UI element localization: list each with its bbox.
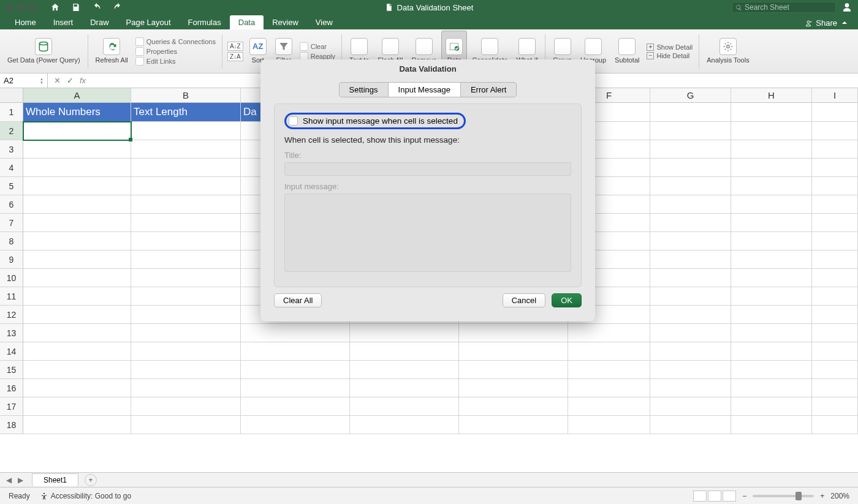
cell[interactable] bbox=[241, 342, 350, 361]
cell[interactable] bbox=[812, 269, 858, 287]
row-header[interactable]: 3 bbox=[0, 140, 23, 159]
get-data-button[interactable]: Get Data (Power Query) bbox=[4, 31, 84, 72]
cell[interactable] bbox=[650, 159, 731, 177]
tab-review[interactable]: Review bbox=[264, 15, 307, 29]
cell[interactable] bbox=[731, 195, 812, 214]
cell[interactable] bbox=[812, 324, 858, 342]
cell[interactable] bbox=[650, 232, 731, 250]
cell[interactable] bbox=[459, 324, 568, 342]
cell[interactable] bbox=[131, 250, 241, 269]
cell[interactable] bbox=[568, 342, 650, 361]
tab-page-layout[interactable]: Page Layout bbox=[118, 15, 180, 29]
cell[interactable] bbox=[131, 379, 241, 397]
user-icon[interactable] bbox=[842, 2, 852, 12]
cell[interactable] bbox=[650, 269, 731, 287]
collapse-ribbon-icon[interactable] bbox=[841, 20, 848, 27]
clear-filter-button[interactable]: Clear bbox=[300, 42, 335, 51]
cell[interactable] bbox=[23, 232, 131, 250]
cell[interactable] bbox=[568, 361, 650, 379]
cell[interactable] bbox=[23, 324, 131, 342]
subtotal-button[interactable]: Subtotal bbox=[611, 31, 643, 72]
row-header[interactable]: 8 bbox=[0, 232, 23, 250]
cell[interactable] bbox=[812, 287, 858, 306]
cell[interactable] bbox=[568, 416, 650, 434]
select-all-corner[interactable] bbox=[0, 88, 23, 102]
cell[interactable] bbox=[650, 103, 731, 122]
cell[interactable] bbox=[731, 342, 812, 361]
cell[interactable] bbox=[241, 361, 350, 379]
cell[interactable] bbox=[131, 397, 241, 416]
minimize-window-icon[interactable] bbox=[17, 4, 25, 11]
close-window-icon[interactable] bbox=[6, 4, 13, 11]
cell[interactable] bbox=[459, 379, 568, 397]
cell[interactable] bbox=[731, 324, 812, 342]
cell[interactable] bbox=[812, 379, 858, 397]
fx-icon[interactable]: fx bbox=[80, 76, 86, 85]
cell[interactable] bbox=[131, 324, 241, 342]
cell[interactable] bbox=[131, 214, 241, 232]
cell[interactable] bbox=[650, 342, 731, 361]
cell[interactable] bbox=[23, 379, 131, 397]
cell[interactable] bbox=[650, 379, 731, 397]
tab-insert[interactable]: Insert bbox=[45, 15, 82, 29]
cell[interactable] bbox=[568, 397, 650, 416]
cell[interactable] bbox=[568, 324, 650, 342]
col-header-H[interactable]: H bbox=[731, 88, 812, 102]
cancel-button[interactable]: Cancel bbox=[503, 293, 545, 307]
cell[interactable] bbox=[23, 306, 131, 324]
redo-icon[interactable] bbox=[113, 2, 123, 12]
cancel-formula-icon[interactable]: ✕ bbox=[54, 76, 61, 85]
tab-home[interactable]: Home bbox=[6, 15, 45, 29]
tab-formulas[interactable]: Formulas bbox=[180, 15, 230, 29]
cell[interactable] bbox=[731, 159, 812, 177]
sheet-nav-next-icon[interactable]: ▶ bbox=[18, 476, 23, 484]
cell[interactable] bbox=[241, 397, 350, 416]
cell[interactable] bbox=[568, 379, 650, 397]
cell[interactable] bbox=[459, 416, 568, 434]
cell[interactable] bbox=[650, 306, 731, 324]
cell[interactable] bbox=[23, 397, 131, 416]
row-header-2[interactable]: 2 bbox=[0, 122, 23, 140]
accept-formula-icon[interactable]: ✓ bbox=[67, 76, 74, 85]
sheet-nav-prev-icon[interactable]: ◀ bbox=[6, 476, 12, 484]
cell[interactable] bbox=[731, 379, 812, 397]
cell[interactable] bbox=[731, 140, 812, 159]
cell-B1[interactable]: Text Length bbox=[131, 103, 241, 122]
row-header[interactable]: 4 bbox=[0, 159, 23, 177]
cell[interactable] bbox=[23, 342, 131, 361]
cell[interactable] bbox=[650, 324, 731, 342]
title-input[interactable] bbox=[284, 162, 571, 176]
row-header[interactable]: 6 bbox=[0, 195, 23, 214]
cell[interactable] bbox=[23, 214, 131, 232]
cell[interactable] bbox=[650, 214, 731, 232]
cell[interactable] bbox=[812, 306, 858, 324]
cell[interactable] bbox=[812, 122, 858, 140]
dialog-tab-error-alert[interactable]: Error Alert bbox=[461, 82, 517, 97]
undo-icon[interactable] bbox=[92, 2, 102, 12]
cell[interactable] bbox=[131, 195, 241, 214]
cell[interactable] bbox=[650, 177, 731, 195]
share-button[interactable]: Share bbox=[816, 18, 837, 28]
cell[interactable] bbox=[812, 416, 858, 434]
tab-data[interactable]: Data bbox=[230, 15, 264, 29]
zoom-level[interactable]: 200% bbox=[830, 492, 849, 500]
cell[interactable] bbox=[131, 287, 241, 306]
cell[interactable] bbox=[731, 397, 812, 416]
cell[interactable] bbox=[131, 177, 241, 195]
cell[interactable] bbox=[131, 140, 241, 159]
zoom-slider-thumb[interactable] bbox=[795, 492, 802, 500]
cell[interactable] bbox=[812, 397, 858, 416]
cell[interactable] bbox=[812, 103, 858, 122]
row-header[interactable]: 15 bbox=[0, 361, 23, 379]
cell[interactable] bbox=[241, 416, 350, 434]
maximize-window-icon[interactable] bbox=[28, 4, 36, 11]
cell[interactable] bbox=[650, 397, 731, 416]
cell[interactable] bbox=[23, 287, 131, 306]
properties-button[interactable]: Properties bbox=[135, 47, 216, 56]
cell-A1[interactable]: Whole Numbers bbox=[23, 103, 131, 122]
cell[interactable] bbox=[812, 232, 858, 250]
cell[interactable] bbox=[731, 306, 812, 324]
row-header[interactable]: 11 bbox=[0, 287, 23, 306]
name-box[interactable]: A2 ▲▼ bbox=[0, 73, 48, 88]
cell[interactable] bbox=[812, 214, 858, 232]
